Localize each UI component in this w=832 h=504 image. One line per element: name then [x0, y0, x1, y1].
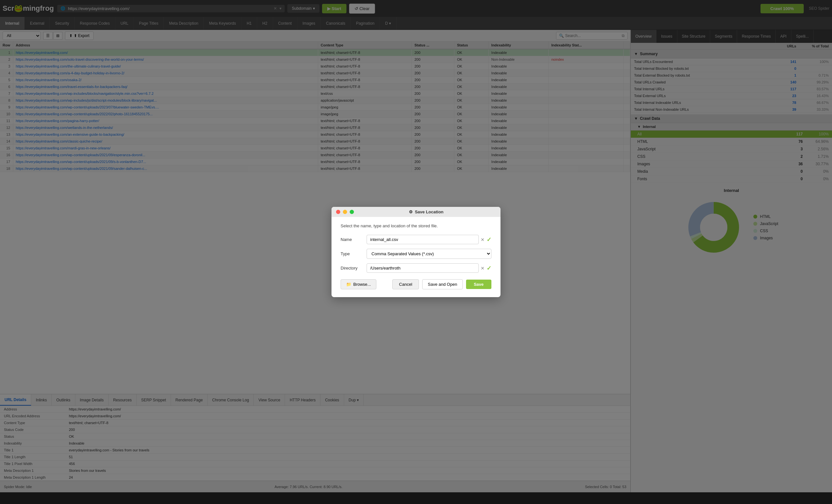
type-select[interactable]: Comma Separated Values (*.csv) Excel Wor… [367, 249, 491, 259]
modal-title: ⚙ Save Location [357, 209, 496, 214]
modal-title-bar: ⚙ Save Location [332, 207, 500, 217]
modal-actions: 📁 Browse... Cancel Save and Open Save [341, 279, 491, 289]
modal-title-icon: ⚙ [409, 209, 413, 214]
modal-expand-dot[interactable] [350, 210, 354, 214]
browse-folder-icon: 📁 [346, 282, 351, 287]
name-ok-icon: ✓ [487, 236, 491, 243]
name-label: Name [341, 237, 367, 242]
modal-close-dot[interactable] [336, 210, 340, 214]
type-form-row: Type Comma Separated Values (*.csv) Exce… [341, 249, 491, 259]
browse-label: Browse... [353, 282, 371, 287]
directory-ok-icon: ✓ [487, 265, 491, 272]
directory-input-wrap: ✕ ✓ [367, 263, 491, 273]
name-clear-icon[interactable]: ✕ [481, 237, 485, 242]
modal-overlay: ⚙ Save Location Select the name, type an… [0, 0, 832, 504]
directory-label: Directory [341, 265, 367, 271]
type-label: Type [341, 251, 367, 256]
directory-form-row: Directory ✕ ✓ [341, 263, 491, 273]
modal-title-text: Save Location [415, 209, 443, 214]
browse-button[interactable]: 📁 Browse... [341, 279, 376, 289]
cancel-button[interactable]: Cancel [392, 279, 419, 289]
directory-input[interactable] [367, 263, 479, 273]
save-button[interactable]: Save [466, 280, 491, 289]
name-input-wrap: ✕ ✓ [367, 235, 491, 244]
directory-clear-icon[interactable]: ✕ [481, 265, 485, 271]
modal-minimize-dot[interactable] [343, 210, 347, 214]
modal-description: Select the name, type and location of th… [341, 223, 491, 228]
save-and-open-button[interactable]: Save and Open [422, 279, 463, 289]
save-label: Save [474, 282, 484, 287]
save-open-label: Save and Open [428, 282, 457, 287]
modal-body: Select the name, type and location of th… [332, 217, 500, 297]
save-location-modal: ⚙ Save Location Select the name, type an… [332, 207, 500, 297]
name-form-row: Name ✕ ✓ [341, 235, 491, 244]
name-input[interactable] [367, 235, 479, 244]
type-input-wrap: Comma Separated Values (*.csv) Excel Wor… [367, 249, 491, 259]
cancel-label: Cancel [399, 282, 412, 287]
